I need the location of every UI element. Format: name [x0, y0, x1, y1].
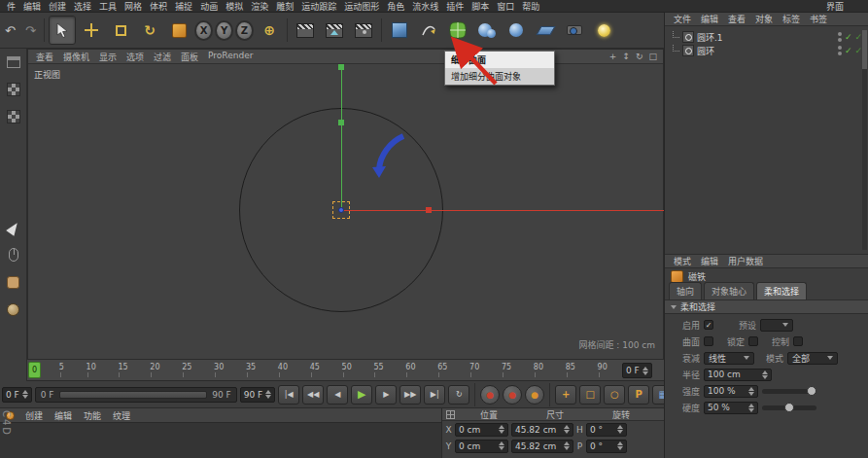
material-menu-item[interactable]: 功能: [78, 409, 107, 422]
viewport-menu-item[interactable]: ProRender: [203, 51, 258, 63]
points-mode-button[interactable]: [5, 219, 22, 236]
viewport[interactable]: 查看摄像机显示选项过滤面板ProRender +↕↻□ 正视图 网格间距 : 1…: [27, 49, 664, 360]
viewport-nav-icon[interactable]: ↕: [622, 52, 630, 61]
key-rotation-button[interactable]: ○: [604, 385, 625, 405]
render-picture-viewer-button[interactable]: [321, 16, 348, 45]
autokey-button[interactable]: ●: [503, 385, 522, 405]
lock-y-button[interactable]: Y: [215, 16, 233, 45]
menubar-item[interactable]: 雕刻: [272, 0, 297, 13]
enable-checkbox[interactable]: ✓: [704, 320, 713, 330]
prev-key-button[interactable]: ◀◀: [302, 385, 324, 405]
object-manager-menu-item[interactable]: 书签: [805, 13, 832, 25]
range-bar[interactable]: [59, 391, 208, 399]
object-manager-menu-item[interactable]: 查看: [723, 13, 750, 25]
menubar-item[interactable]: 渲染: [247, 0, 272, 13]
record-button[interactable]: ●: [480, 385, 500, 405]
model-mode-button[interactable]: [5, 246, 22, 264]
next-frame-button[interactable]: ▶: [375, 385, 397, 405]
menubar-item[interactable]: 插件: [442, 0, 468, 13]
stepper-icon[interactable]: [642, 367, 648, 375]
menubar-item[interactable]: 脚本: [468, 0, 493, 13]
play-button[interactable]: ▶: [351, 385, 372, 405]
menubar-item[interactable]: 创建: [45, 0, 70, 13]
material-menu-item[interactable]: 纹理: [107, 409, 136, 422]
key-position-button[interactable]: +: [555, 385, 576, 405]
deformer-button[interactable]: [503, 16, 530, 45]
menubar-item[interactable]: 捕捉: [171, 0, 196, 13]
attribute-manager-menu-item[interactable]: 用户数据: [723, 255, 768, 267]
key-scale-button[interactable]: □: [579, 385, 601, 405]
viewport-menu-item[interactable]: 摄像机: [58, 51, 94, 63]
render-view-button[interactable]: [292, 16, 319, 45]
material-menu-item[interactable]: 创建: [19, 409, 49, 422]
tab-soft-selection[interactable]: 柔和选择: [756, 282, 807, 299]
live-selection-tool-button[interactable]: [49, 16, 76, 45]
menubar-item[interactable]: 选择: [70, 0, 95, 13]
timeline-ruler[interactable]: 051015202530354045505560657075808590 0 0…: [27, 360, 664, 381]
camera-button[interactable]: [561, 16, 588, 45]
viewport-menu-item[interactable]: 选项: [122, 51, 149, 63]
menubar-item[interactable]: 运动图形: [340, 0, 383, 13]
visibility-dots[interactable]: [838, 46, 842, 55]
scale-tool-button[interactable]: [107, 16, 134, 45]
menubar-item[interactable]: 帮助: [518, 0, 543, 13]
menubar-item[interactable]: 模拟: [222, 0, 247, 13]
position-x-field[interactable]: 0 cm: [455, 423, 508, 437]
next-key-button[interactable]: ▶▶: [399, 385, 421, 405]
control-checkbox[interactable]: ✓: [793, 336, 803, 346]
viewport-nav-icon[interactable]: ↻: [636, 52, 643, 61]
viewport-nav-icon[interactable]: +: [609, 52, 617, 61]
falloff-dropdown[interactable]: 线性: [704, 352, 754, 365]
lock-z-button[interactable]: Z: [235, 16, 254, 45]
spline-pen-button[interactable]: [415, 16, 442, 45]
origin-point[interactable]: [338, 207, 344, 213]
viewport-menu-item[interactable]: 面板: [176, 51, 203, 63]
playhead[interactable]: 0: [28, 362, 41, 378]
y-axis-tip-handle[interactable]: [338, 64, 344, 70]
rotation-h-field[interactable]: 0 °: [586, 423, 627, 437]
move-tool-button[interactable]: [78, 16, 105, 45]
lock-x-button[interactable]: X: [194, 16, 213, 45]
tab-axis[interactable]: 轴向: [669, 282, 702, 299]
object-mode-button[interactable]: [5, 273, 22, 291]
strength-field[interactable]: 100 %: [704, 385, 758, 398]
size-y-field[interactable]: 45.82 cm: [511, 440, 573, 453]
symmetry-button[interactable]: [473, 16, 501, 45]
object-manager-menu-item[interactable]: 标签: [778, 13, 805, 25]
workplane-button[interactable]: [165, 16, 192, 45]
goto-end-button[interactable]: ▶|: [424, 385, 445, 405]
subdivision-surface-button[interactable]: [444, 16, 471, 45]
strength-slider[interactable]: [762, 389, 816, 394]
hardness-slider[interactable]: [762, 405, 816, 410]
render-settings-button[interactable]: [350, 16, 377, 45]
mode-dropdown[interactable]: 全部: [787, 352, 838, 365]
x-axis-handle[interactable]: [426, 207, 432, 213]
viewport-nav-icon[interactable]: □: [648, 52, 657, 61]
frame-start-field[interactable]: 0 F: [2, 387, 32, 403]
object-name[interactable]: 圆环.1: [697, 31, 723, 44]
menubar-item[interactable]: 动画: [196, 0, 222, 13]
enabled-check-icon[interactable]: ✓: [845, 32, 852, 42]
object-manager-menu-item[interactable]: 文件: [669, 13, 696, 25]
attribute-manager-menu-item[interactable]: 模式: [669, 255, 696, 267]
keyframe-selection-button[interactable]: ●: [525, 385, 544, 405]
position-y-field[interactable]: 0 cm: [455, 440, 508, 453]
menubar-item[interactable]: 运动跟踪: [297, 0, 340, 13]
soft-selection-section-header[interactable]: 柔和选择: [665, 300, 868, 314]
viewport-menu-item[interactable]: 显示: [94, 51, 122, 63]
enabled-check-icon[interactable]: ✓: [845, 46, 852, 55]
object-name[interactable]: 圆环: [697, 45, 714, 57]
size-x-field[interactable]: 45.82 cm: [511, 423, 573, 437]
preset-dropdown[interactable]: [760, 319, 793, 332]
light-button[interactable]: [590, 16, 617, 45]
lock-checkbox[interactable]: ✓: [748, 336, 758, 346]
menubar-item[interactable]: 窗口: [493, 0, 518, 13]
object-row[interactable]: 圆环.1 ✓ ✓: [665, 30, 868, 44]
menubar-item[interactable]: 网格: [121, 0, 146, 13]
loop-button[interactable]: ↻: [448, 385, 469, 405]
menubar-item[interactable]: 编辑: [19, 0, 45, 13]
prev-frame-button[interactable]: ◀: [327, 385, 348, 405]
spline-check-icon[interactable]: ✓: [854, 46, 862, 55]
hardness-field[interactable]: 50 %: [704, 402, 758, 414]
menubar-item[interactable]: 流水线: [408, 0, 442, 13]
